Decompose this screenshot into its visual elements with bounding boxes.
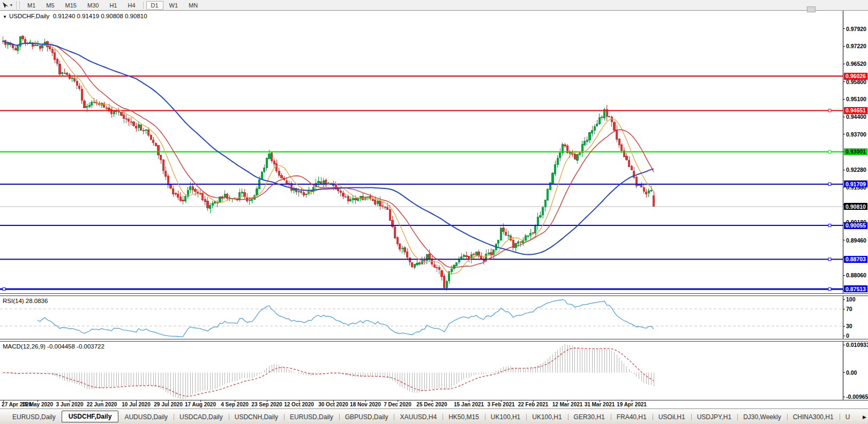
chart-tab-usoil-h1[interactable]: USOil,H1 — [653, 412, 691, 422]
chart-tab-usdchf-daily[interactable]: USDCHF,Daily — [62, 411, 119, 422]
rsi-plot[interactable]: RSI(14) 28.0836 — [0, 296, 843, 339]
timeframe-d1-button[interactable]: D1 — [146, 1, 163, 10]
chart-tab-u[interactable]: U — [840, 412, 856, 422]
rsi-tick-label: 70 — [843, 306, 852, 312]
timeframe-m1-button[interactable]: M1 — [23, 1, 40, 10]
timeframe-m15-button[interactable]: M15 — [61, 1, 81, 10]
date-label: 4 Sep 2020 — [221, 402, 249, 407]
price-tick-label: 0.94400 — [843, 113, 866, 120]
macd-tick-label: 0.00 — [843, 369, 857, 376]
date-label: 15 Jan 2021 — [454, 402, 484, 407]
date-label: 12 Oct 2020 — [284, 402, 314, 407]
chart-tab-gbpusd-daily[interactable]: GBPUSD,Daily — [339, 412, 394, 422]
chart-tab-usdcad-daily[interactable]: USDCAD,Daily — [174, 412, 229, 422]
date-label: 10 Jul 2020 — [122, 402, 150, 407]
chart-tab-china300-h1[interactable]: CHINA300,H1 — [787, 412, 840, 422]
rsi-chart[interactable] — [0, 296, 843, 339]
chart-tab-usdcnh-daily[interactable]: USDCNH,Daily — [229, 412, 284, 422]
chart-tab-hk50-m15[interactable]: HK50,M15 — [443, 412, 485, 422]
date-label: 23 Sep 2020 — [251, 402, 282, 407]
price-tick-label: 0.88060 — [843, 272, 866, 278]
price-line-label: 0.87513 — [844, 285, 867, 292]
date-label: 19 Apr 2021 — [617, 402, 647, 407]
chart-tab-eurusd-daily[interactable]: EURUSD,Daily — [6, 412, 62, 422]
macd-axis[interactable]: 0.0109330.00-0.009653 — [843, 342, 868, 400]
date-label: 3 Jun 2020 — [56, 402, 83, 407]
main-chart-plot[interactable]: ▼USDCHF,Daily 0.91240 0.91419 0.90808 0.… — [0, 11, 843, 293]
date-label: 18 Nov 2020 — [350, 402, 381, 407]
axis-corner-button[interactable] — [807, 6, 815, 12]
timeframe-mn-button[interactable]: MN — [184, 1, 203, 10]
rsi-tick-label: 100 — [843, 296, 856, 302]
price-line-label: 0.93001 — [844, 148, 867, 155]
price-tick-label: 0.97920 — [843, 26, 866, 32]
chart-tab-eurusd-daily[interactable]: EURUSD,Daily — [284, 412, 339, 422]
timeframe-m30-button[interactable]: M30 — [83, 1, 103, 10]
cursor-tool-icon[interactable] — [1, 2, 10, 9]
price-tick-label: 0.97220 — [843, 43, 866, 49]
chart-tab-dj30-weekly[interactable]: DJ30,Weekly — [737, 412, 787, 422]
date-label: 29 Jul 2020 — [154, 402, 182, 407]
timeframe-buttons: M1M5M15M30H1H4D1W1MN — [22, 1, 203, 10]
chart-tab-audusd-daily[interactable]: AUDUSD,Daily — [118, 412, 174, 422]
chart-tab-xauusd-h4[interactable]: XAUUSD,H4 — [394, 412, 443, 422]
chart-tab-ger30-h1[interactable]: GER30,H1 — [568, 412, 611, 422]
chart-tab-uk100-h1[interactable]: UK100,H1 — [485, 412, 526, 422]
macd-tick-label: 0.010933 — [843, 342, 868, 348]
macd-chart[interactable] — [0, 342, 843, 400]
price-line-label: 0.91709 — [844, 180, 867, 187]
price-tick-label: 0.92280 — [843, 166, 866, 173]
date-label: 22 Feb 2021 — [518, 402, 549, 407]
tab-scroll-right-icon[interactable]: ▶ — [863, 414, 866, 420]
timeframe-m5-button[interactable]: M5 — [41, 1, 59, 10]
chart-tabs: EURUSD,DailyUSDCHF,DailyAUDUSD,DailyUSDC… — [0, 411, 856, 422]
main-price-axis[interactable]: 0.979200.972200.965200.958000.951000.944… — [843, 11, 868, 293]
rsi-axis[interactable]: 10070300 — [843, 296, 868, 339]
cursor-tool-dropdown-icon[interactable]: ▾ — [10, 3, 12, 7]
candlestick-chart[interactable] — [0, 11, 843, 293]
macd-signal-line — [3, 348, 654, 396]
date-axis[interactable]: 27 Apr 202015 May 20203 Jun 202022 Jun 2… — [0, 400, 868, 408]
chart-title: ▼USDCHF,Daily 0.91240 0.91419 0.90808 0.… — [3, 13, 147, 19]
price-line-label: 0.96026 — [844, 73, 867, 80]
price-tick-label: 0.95100 — [843, 96, 866, 102]
rsi-header: RSI(14) 28.0836 — [3, 298, 48, 304]
macd-plot[interactable]: MACD(12,26,9) -0.004458 -0.003722 — [0, 342, 843, 400]
macd-histogram — [3, 344, 654, 398]
date-label: 15 May 2020 — [22, 402, 53, 407]
date-label: 25 Dec 2020 — [416, 402, 447, 407]
date-label: 17 Aug 2020 — [185, 402, 216, 407]
price-line-label: 0.88703 — [844, 256, 867, 263]
price-line-label: 0.90810 — [844, 203, 867, 210]
macd-pane: MACD(12,26,9) -0.004458 -0.003722 0.0109… — [0, 342, 868, 400]
chart-tab-usdjpy-h1[interactable]: USDJPY,H1 — [691, 412, 737, 422]
bull-candles — [2, 36, 652, 291]
chart-tab-fra40-h1[interactable]: FRA40,H1 — [611, 412, 653, 422]
timeframe-h4-button[interactable]: H4 — [123, 1, 140, 10]
toolbar-separator — [143, 2, 144, 9]
chart-tab-uk100-h1[interactable]: UK100,H1 — [526, 412, 567, 422]
price-tick-label: 0.89460 — [843, 237, 866, 244]
chart-symbol: USDCHF,Daily — [9, 13, 49, 19]
main-chart-pane: ▼USDCHF,Daily 0.91240 0.91419 0.90808 0.… — [0, 11, 868, 293]
rsi-line — [38, 300, 654, 337]
chart-ohlc: 0.91240 0.91419 0.90808 0.90810 — [53, 13, 147, 19]
symbol-dropdown-icon[interactable]: ▼ — [3, 14, 7, 19]
date-label: 12 Mar 2021 — [552, 402, 583, 407]
ma-17-line — [3, 41, 654, 268]
toolbar-grip[interactable] — [16, 2, 20, 9]
ma-55-line — [3, 41, 654, 255]
rsi-tick-label: 30 — [843, 323, 852, 329]
price-tick-label: 0.93700 — [843, 131, 866, 138]
price-tick-label: 0.96520 — [843, 60, 866, 67]
timeframe-w1-button[interactable]: W1 — [164, 1, 183, 10]
rsi-tick-label: 0 — [843, 332, 849, 339]
timeframe-h1-button[interactable]: H1 — [104, 1, 122, 10]
date-label: 30 Oct 2020 — [318, 402, 348, 407]
price-line-label: 0.90055 — [844, 222, 867, 229]
date-label: 31 Mar 2021 — [585, 402, 615, 407]
rsi-pane: RSI(14) 28.0836 10070300 — [0, 296, 868, 339]
top-toolbar: ▾ M1M5M15M30H1H4D1W1MN — [0, 0, 868, 11]
macd-header: MACD(12,26,9) -0.004458 -0.003722 — [3, 343, 104, 350]
date-label: 3 Feb 2021 — [487, 402, 514, 407]
